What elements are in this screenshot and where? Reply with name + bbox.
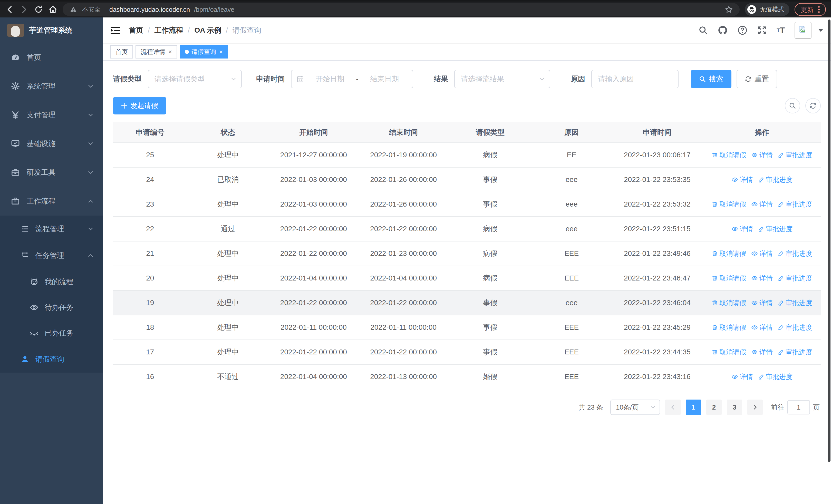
table-row: 18 处理中 2022-01-11 00:00:00 2022-01-11 00… (113, 315, 821, 340)
cancel-leave-link[interactable]: 取消请假 (712, 323, 746, 332)
detail-link[interactable]: 详情 (751, 249, 773, 258)
result-select[interactable]: 请选择流结果 (454, 70, 550, 88)
address-bar[interactable]: 不安全 dashboard.yudao.iocoder.cn/bpm/oa/le… (63, 3, 740, 16)
cell-reason: EEE (532, 364, 611, 389)
tag-home[interactable]: 首页 (110, 45, 133, 59)
start-date-input[interactable]: 开始日期 (307, 74, 353, 84)
omnibox-divider (105, 6, 105, 13)
sidebar-item-process-mgmt[interactable]: 流程管理 (0, 215, 103, 242)
cell-type: 病假 (448, 143, 532, 167)
browser-menu-dots-icon[interactable] (818, 6, 820, 13)
detail-link[interactable]: 详情 (751, 200, 773, 209)
help-icon[interactable] (738, 25, 747, 35)
approval-progress-link[interactable]: 审批进度 (758, 225, 793, 234)
home-icon[interactable] (48, 5, 57, 14)
detail-link[interactable]: 详情 (732, 175, 753, 184)
fullscreen-icon[interactable] (757, 25, 767, 35)
detail-link[interactable]: 详情 (751, 151, 773, 159)
tag-leave-query[interactable]: 请假查询 × (180, 45, 228, 59)
browser-update-button[interactable]: 更新 (795, 3, 826, 16)
cancel-leave-link[interactable]: 取消请假 (712, 200, 746, 209)
refresh-table-button[interactable] (805, 98, 821, 113)
sidebar-item-todo-tasks[interactable]: 待办任务 (0, 295, 103, 320)
sidebar-item-label: 工作流程 (27, 196, 55, 206)
cell-applied: 2022-01-22 23:43:16 (611, 364, 704, 389)
end-date-input[interactable]: 结束日期 (362, 74, 407, 84)
cancel-leave-link[interactable]: 取消请假 (712, 298, 746, 307)
forward-icon[interactable] (20, 5, 29, 14)
approval-progress-link[interactable]: 审批进度 (778, 200, 812, 209)
approval-progress-link[interactable]: 审批进度 (778, 274, 812, 283)
reset-button[interactable]: 重置 (737, 70, 777, 88)
leave-type-select[interactable]: 请选择请假类型 (148, 70, 242, 88)
caret-down-icon[interactable] (818, 29, 823, 32)
sidebar-item-system[interactable]: 系统管理 (0, 72, 103, 100)
reload-icon[interactable] (34, 5, 43, 14)
cancel-leave-link[interactable]: 取消请假 (712, 348, 746, 357)
goto-page-input[interactable] (787, 400, 810, 414)
breadcrumb-oa-example[interactable]: OA 示例 (195, 25, 222, 35)
sidebar-item-workflow[interactable]: 工作流程 (0, 187, 103, 215)
approval-progress-link[interactable]: 审批进度 (778, 323, 812, 332)
reason-input[interactable] (598, 75, 672, 83)
collapse-sidebar-icon[interactable] (110, 26, 121, 35)
font-size-icon[interactable]: TT (777, 26, 785, 35)
search-icon (789, 102, 796, 109)
breadcrumb-workflow[interactable]: 工作流程 (154, 25, 183, 35)
url-path: /bpm/oa/leave (194, 6, 234, 13)
reason-field[interactable] (591, 70, 679, 88)
detail-link[interactable]: 详情 (751, 323, 773, 332)
cell-end: 2022-01-11 00:00:00 (359, 315, 448, 340)
page-scrollbar[interactable] (828, 20, 830, 462)
app-logo[interactable]: 芋道管理系统 (0, 18, 103, 43)
approval-progress-link[interactable]: 审批进度 (778, 151, 812, 159)
sidebar-item-task-mgmt[interactable]: 任务管理 (0, 242, 103, 269)
sidebar-item-payment[interactable]: 支付管理 (0, 100, 103, 129)
breadcrumb-home[interactable]: 首页 (129, 25, 143, 35)
page-size-select[interactable]: 10条/页 (610, 399, 660, 415)
page-button-1[interactable]: 1 (686, 399, 701, 415)
sidebar-item-label: 我的流程 (45, 277, 74, 287)
tag-process-detail[interactable]: 流程详情 × (136, 45, 177, 59)
avatar[interactable] (795, 22, 811, 39)
page-button-3[interactable]: 3 (727, 399, 742, 415)
page-button-2[interactable]: 2 (706, 399, 722, 415)
result-label: 结果 (434, 74, 448, 84)
close-icon[interactable]: × (168, 48, 172, 55)
bookmark-star-icon[interactable] (724, 5, 734, 14)
sidebar-item-done-tasks[interactable]: 已办任务 (0, 320, 103, 346)
create-leave-button[interactable]: 发起请假 (113, 97, 166, 114)
cancel-leave-link[interactable]: 取消请假 (712, 151, 746, 159)
detail-link[interactable]: 详情 (732, 225, 753, 234)
detail-link[interactable]: 详情 (751, 348, 773, 357)
detail-link[interactable]: 详情 (751, 298, 773, 307)
close-icon[interactable]: × (219, 48, 223, 55)
goto-label: 前往 (771, 403, 784, 412)
active-dot (185, 50, 189, 54)
approval-progress-link[interactable]: 审批进度 (758, 175, 793, 184)
approval-progress-link[interactable]: 审批进度 (778, 298, 812, 307)
apply-time-range-picker[interactable]: 开始日期 - 结束日期 (291, 70, 413, 88)
github-icon[interactable] (718, 25, 728, 35)
back-icon[interactable] (5, 5, 15, 14)
next-page-button[interactable] (747, 399, 763, 415)
sidebar-item-devtools[interactable]: 研发工具 (0, 158, 103, 187)
sidebar-item-home[interactable]: 首页 (0, 43, 103, 72)
approval-progress-link[interactable]: 审批进度 (778, 348, 812, 357)
cancel-leave-link[interactable]: 取消请假 (712, 249, 746, 258)
prev-page-button[interactable] (665, 399, 681, 415)
detail-link[interactable]: 详情 (732, 373, 753, 381)
cancel-leave-link[interactable]: 取消请假 (712, 274, 746, 283)
sidebar-item-leave-query[interactable]: 请假查询 (0, 346, 103, 373)
ssl-warning-icon[interactable] (69, 5, 78, 14)
toggle-search-button[interactable] (785, 98, 800, 113)
next-page-icon (752, 405, 757, 410)
search-button[interactable]: 搜索 (691, 70, 732, 88)
sidebar-item-infra[interactable]: 基础设施 (0, 129, 103, 158)
sidebar-item-my-process[interactable]: 我的流程 (0, 269, 103, 295)
approval-progress-link[interactable]: 审批进度 (778, 249, 812, 258)
approval-progress-link[interactable]: 审批进度 (758, 373, 793, 381)
search-icon[interactable] (698, 26, 708, 35)
sidebar-item-label: 研发工具 (27, 168, 55, 177)
detail-link[interactable]: 详情 (751, 274, 773, 283)
